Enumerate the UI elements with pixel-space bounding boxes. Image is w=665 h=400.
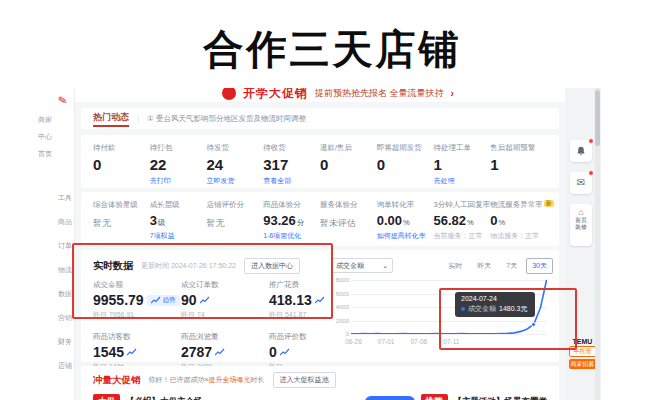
home-decorate-tab[interactable]: ⌂ 首页装修 xyxy=(570,204,592,246)
stat-value: 0.00 xyxy=(377,213,402,228)
sidebar-item[interactable]: 工具 xyxy=(55,194,75,202)
tab-30d[interactable]: 30天 xyxy=(526,258,553,274)
stat-value: 0 xyxy=(490,213,497,228)
messages-button[interactable]: ✉ xyxy=(570,172,592,194)
sidebar-item[interactable]: 店铺 xyxy=(55,362,75,370)
stat-label: 成长层级 xyxy=(150,200,207,210)
sidebar-item[interactable]: 首页 xyxy=(35,150,55,158)
tab-realtime[interactable]: 实时 xyxy=(442,258,468,274)
trend-pill[interactable]: 趋势 xyxy=(147,295,180,306)
todo-stat: 待打包 22 去打印 xyxy=(150,143,207,180)
divider: | xyxy=(137,114,139,123)
scrollbar-thumb[interactable] xyxy=(595,90,600,146)
stat-link[interactable]: 查看全部 xyxy=(263,176,320,186)
stat-label: 服务体验分 xyxy=(320,200,377,210)
stat-sub: 当前服务：正常 xyxy=(434,231,491,241)
sidebar-item[interactable]: 物流 xyxy=(55,266,75,274)
stat-unit: % xyxy=(403,218,410,227)
news-ticker[interactable]: ① 受台风天气影响部分地区发货及物流时间调整 xyxy=(147,114,306,124)
stat-link[interactable]: 立即发货 xyxy=(207,176,264,186)
left-sidebar: 商家 中心 首页 工具 商品 订单 物流 数据 营销 财务 店铺 xyxy=(35,88,75,400)
promo-card: 冲量大促销 你好！已许愿成功×提升全场曝光时长 进入大促权益池 大促 【必报】大… xyxy=(81,366,559,400)
sidebar-item[interactable]: 中心 xyxy=(35,133,55,141)
stat-label: 待付款 xyxy=(93,143,150,153)
stat-value[interactable]: 0 xyxy=(93,156,150,173)
stat-value[interactable]: 22 xyxy=(150,156,207,173)
sidebar-item[interactable]: 订单 xyxy=(55,242,75,250)
stat-value[interactable]: 24 xyxy=(207,156,264,173)
realtime-updated: 更新时间 2024-07-26 17:50:22 xyxy=(141,261,236,271)
stat-label: 3分钟人工回复率 xyxy=(434,200,491,210)
trend-icon[interactable] xyxy=(127,348,137,356)
stat-unit: 级 xyxy=(158,218,166,227)
sidebar-item[interactable]: 数据 xyxy=(55,290,75,298)
stat-value[interactable]: 1 xyxy=(434,156,491,173)
stat-value[interactable]: 317 xyxy=(263,156,320,173)
tooltip-value: 1480.3元 xyxy=(499,304,527,314)
quality-stat: 询单转化率 0.00% 如何提高转化率 xyxy=(377,200,434,238)
stat-link[interactable]: 如何提高转化率 xyxy=(377,231,434,241)
todo-stat: 即将超期发货 0 xyxy=(377,143,434,180)
stat-value: 3 xyxy=(150,213,157,228)
enter-promo-pool-button[interactable]: 进入大促权益池 xyxy=(273,372,336,388)
enter-data-center-button[interactable]: 进入数据中心 xyxy=(244,258,300,274)
dashboard-screenshot: 商家 中心 首页 工具 商品 订单 物流 数据 营销 财务 店铺 开学大促销 提… xyxy=(35,88,601,400)
promo-item-link[interactable]: 【主题活动】场景布置类 xyxy=(454,396,548,400)
metric-value: 1545 xyxy=(93,344,124,360)
top-banner[interactable]: 开学大促销 提前预热抢先报名 全量流量扶持 › xyxy=(75,88,601,102)
stat-label: 售后超期预警 xyxy=(490,143,547,153)
home-decorate-label: 首页装修 xyxy=(575,217,587,231)
tooltip-label: 成交金额 xyxy=(468,304,496,314)
pen-annotation-icon: ✎ xyxy=(57,93,68,107)
sidebar-item[interactable]: 财务 xyxy=(55,338,75,346)
realtime-card: 实时数据 更新时间 2024-07-26 17:50:22 进入数据中心 成交金… xyxy=(81,250,559,362)
stat-value[interactable]: 1 xyxy=(490,156,547,173)
sidebar-item[interactable]: 商家 xyxy=(35,116,55,124)
tab-hot-news[interactable]: 热门动态 xyxy=(93,111,129,127)
banner-title: 开学大促销 xyxy=(243,88,308,102)
stat-label: 物流服务异常率 xyxy=(490,200,543,209)
stat-label: 询单转化率 xyxy=(377,200,434,210)
tab-yesterday[interactable]: 昨天 xyxy=(471,258,497,274)
stat-link[interactable]: 去打印 xyxy=(150,176,207,186)
promo-badge: 推荐 xyxy=(421,394,448,400)
promo-item-link[interactable]: 【必报】大促主会场 xyxy=(126,396,203,400)
stat-link[interactable]: 7项权益 xyxy=(150,231,207,241)
quality-stat: 成长层级 3级 7项权益 xyxy=(150,200,207,238)
stat-label: 退款/售后 xyxy=(320,143,377,153)
range-tabs: 实时 昨天 7天 30天 xyxy=(442,258,553,274)
stat-link[interactable]: 1-6项需优化 xyxy=(263,231,320,241)
arrow-right-icon: › xyxy=(451,88,454,99)
stat-value[interactable]: 0 xyxy=(320,156,377,173)
metric-value: 0 xyxy=(269,344,277,360)
notification-dot xyxy=(588,138,594,144)
promo-action-button[interactable] xyxy=(365,396,415,400)
mail-icon: ✉ xyxy=(577,178,585,188)
todo-stat: 待发货 24 立即发货 xyxy=(207,143,264,180)
tab-7d[interactable]: 7天 xyxy=(500,258,523,274)
stat-unit: 分 xyxy=(297,218,305,227)
stat-link[interactable]: 去处理 xyxy=(434,176,491,186)
realtime-metric: 成交金额 9955.79 趋势 昨日 7956.91 xyxy=(93,280,181,320)
temu-recruit-widget[interactable]: TEMU 半托管 商家招募 xyxy=(567,338,598,369)
trend-icon[interactable] xyxy=(315,296,325,304)
sidebar-item[interactable]: 营销 xyxy=(55,314,75,322)
realtime-metric: 成交订单数 90 昨日 74 xyxy=(181,280,269,320)
trend-icon[interactable] xyxy=(280,348,290,356)
stat-label: 商品体验分 xyxy=(263,200,320,210)
trend-icon[interactable] xyxy=(200,296,210,304)
metric-label: 商品浏览量 xyxy=(181,332,269,342)
right-rail: ✉ ⌂ 首页装修 TEMU 半托管 商家招募 xyxy=(565,88,601,400)
notification-button[interactable] xyxy=(570,140,592,162)
trend-icon[interactable] xyxy=(215,348,225,356)
sidebar-item[interactable]: 商品 xyxy=(55,218,75,226)
metric-yesterday: 昨日 7956.91 xyxy=(93,310,181,320)
metric-select[interactable]: 成交金额 ⌄ xyxy=(331,258,393,273)
page-title: 合作三天店铺 xyxy=(0,22,665,77)
stat-value: 56.82 xyxy=(434,213,467,228)
chevron-down-icon: ⌄ xyxy=(382,262,388,270)
temu-recruit-button[interactable]: 商家招募 xyxy=(569,359,597,369)
stat-value[interactable]: 0 xyxy=(377,156,434,173)
quality-stat: 商品体验分 93.26分 1-6项需优化 xyxy=(263,200,320,238)
news-bar: 热门动态 | ① 受台风天气影响部分地区发货及物流时间调整 xyxy=(81,108,559,129)
